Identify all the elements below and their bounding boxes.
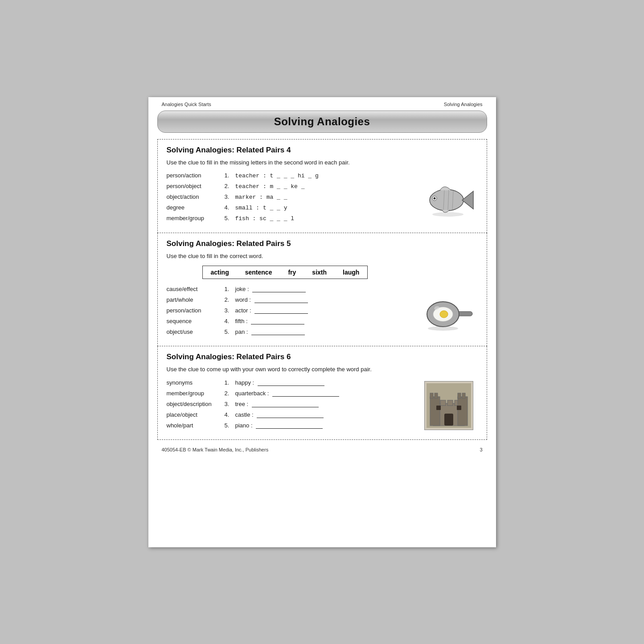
number: 2.: [225, 296, 235, 303]
clue-label: person/action: [167, 172, 225, 179]
header-right: Solving Analogies: [444, 102, 483, 107]
clue-label: degree: [167, 204, 225, 211]
table-row: person/object 2. teacher : m _ _ ke _: [167, 183, 420, 190]
number: 5.: [225, 215, 235, 222]
exercise-text: fifth :: [235, 317, 305, 324]
number: 3.: [225, 193, 235, 200]
svg-rect-26: [444, 414, 453, 426]
clue-label: person/action: [167, 307, 225, 314]
clue-label: part/whole: [167, 296, 225, 303]
section1: Solving Analogies: Related Pairs 4 Use t…: [157, 139, 487, 233]
exercise-text: piano :: [235, 422, 323, 429]
table-row: whole/part 5. piano :: [167, 422, 420, 429]
exercise-text: joke :: [235, 285, 306, 292]
section3-content: synonyms 1. happy : member/group 2. quar…: [167, 379, 478, 432]
clue-label: place/object: [167, 411, 225, 418]
svg-rect-18: [447, 400, 453, 406]
svg-rect-21: [430, 393, 433, 398]
number: 5.: [225, 328, 235, 335]
section2: Solving Analogies: Related Pairs 5 Use t…: [157, 233, 487, 346]
exercise-text: fish : sc _ _ _ l: [235, 215, 295, 222]
clue-label: object/description: [167, 401, 225, 407]
clue-label: object/use: [167, 328, 225, 335]
answer-blank[interactable]: [251, 317, 304, 324]
answer-blank[interactable]: [256, 422, 323, 429]
number: 4.: [225, 204, 235, 211]
title-bar: Solving Analogies: [157, 111, 487, 133]
fish-icon: [422, 179, 476, 219]
svg-point-13: [428, 326, 458, 331]
number: 3.: [225, 401, 235, 407]
clue-label: object/action: [167, 193, 225, 200]
word-bank-item: acting: [202, 266, 237, 279]
frying-pan-icon: [424, 292, 473, 332]
svg-rect-23: [458, 397, 468, 426]
answer-blank[interactable]: [251, 328, 305, 335]
section3-title: Solving Analogies: Related Pairs 6: [167, 353, 478, 361]
number: 3.: [225, 307, 235, 314]
table-row: member/group 2. quarterback :: [167, 390, 420, 397]
word-bank-table: actingsentencefrysixthlaugh: [202, 266, 368, 279]
svg-rect-24: [458, 393, 461, 398]
clue-label: member/group: [167, 215, 225, 222]
exercise-text: marker : ma _ _: [235, 194, 287, 201]
clue-label: sequence: [167, 318, 225, 324]
clue-label: cause/effect: [167, 286, 225, 292]
exercise-text: word :: [235, 296, 308, 303]
header-left: Analogies Quick Starts: [162, 102, 211, 107]
section3: Solving Analogies: Related Pairs 6 Use t…: [157, 346, 487, 440]
number: 5.: [225, 422, 235, 429]
section1-content: person/action 1. teacher : t _ _ _ hi _ …: [167, 172, 478, 226]
answer-blank[interactable]: [272, 390, 339, 397]
exercise-text: teacher : m _ _ ke _: [235, 183, 305, 190]
page-title: Solving Analogies: [167, 115, 478, 128]
svg-rect-27: [436, 406, 441, 410]
answer-blank[interactable]: [252, 400, 319, 407]
table-row: object/use 5. pan :: [167, 328, 420, 335]
table-row: member/group 5. fish : sc _ _ _ l: [167, 215, 420, 222]
svg-rect-22: [435, 393, 438, 398]
page: Analogies Quick Starts Solving Analogies…: [148, 97, 496, 547]
section3-left: synonyms 1. happy : member/group 2. quar…: [167, 379, 420, 432]
answer-blank[interactable]: [252, 285, 306, 292]
table-row: person/action 1. teacher : t _ _ _ hi _ …: [167, 172, 420, 179]
number: 4.: [225, 411, 235, 418]
table-row: person/action 3. actor :: [167, 307, 420, 314]
answer-blank[interactable]: [254, 307, 308, 314]
svg-rect-25: [462, 393, 465, 398]
svg-rect-17: [440, 400, 446, 406]
castle-image-box: [424, 381, 473, 430]
table-row: degree 4. small : t _ _ y: [167, 204, 420, 211]
footer-right: 3: [480, 447, 482, 452]
exercise-text: actor :: [235, 307, 308, 314]
castle-icon: [427, 383, 471, 428]
svg-marker-1: [462, 191, 473, 209]
answer-blank[interactable]: [257, 411, 324, 418]
exercise-text: teacher : t _ _ _ hi _ g: [235, 172, 319, 179]
number: 1.: [225, 286, 235, 292]
section1-image: [420, 172, 478, 226]
table-row: cause/effect 1. joke :: [167, 285, 420, 292]
clue-label: member/group: [167, 390, 225, 397]
exercise-text: small : t _ _ y: [235, 205, 287, 211]
number: 4.: [225, 318, 235, 324]
answer-blank[interactable]: [254, 296, 308, 303]
answer-blank[interactable]: [258, 379, 324, 386]
footer-left: 405054-EB © Mark Twain Media, Inc., Publ…: [162, 447, 269, 452]
section2-left: cause/effect 1. joke : part/whole 2. wor…: [167, 285, 420, 339]
exercise-text: castle :: [235, 411, 324, 418]
page-footer: 405054-EB © Mark Twain Media, Inc., Publ…: [148, 443, 496, 455]
table-row: part/whole 2. word :: [167, 296, 420, 303]
clue-label: person/object: [167, 183, 225, 189]
svg-point-3: [433, 197, 435, 199]
section2-instructions: Use the clue to fill in the correct word…: [167, 253, 478, 259]
number: 1.: [225, 172, 235, 179]
section2-image: [420, 285, 478, 339]
section2-title: Solving Analogies: Related Pairs 5: [167, 239, 478, 248]
section1-instructions: Use the clue to fill in the missing lett…: [167, 159, 478, 166]
section1-left: person/action 1. teacher : t _ _ _ hi _ …: [167, 172, 420, 226]
table-row: object/description 3. tree :: [167, 400, 420, 407]
exercise-text: happy :: [235, 379, 324, 386]
svg-rect-28: [457, 406, 461, 410]
exercise-text: quarterback :: [235, 390, 340, 397]
